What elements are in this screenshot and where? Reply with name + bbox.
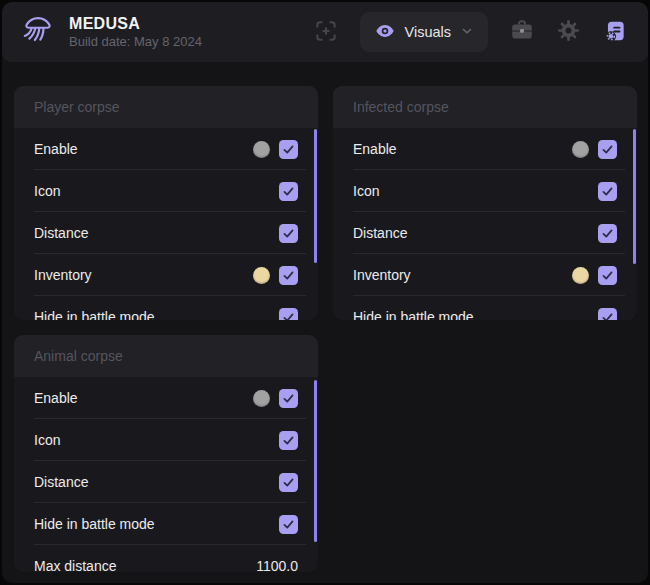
check-icon [600, 142, 615, 157]
check-icon [281, 184, 296, 199]
scrollbar-thumb[interactable] [314, 380, 317, 542]
tab-visuals-label: Visuals [405, 24, 451, 40]
checkbox[interactable] [279, 224, 298, 243]
row-distance: Distance [333, 212, 637, 254]
checkbox[interactable] [598, 182, 617, 201]
color-swatch[interactable] [572, 267, 589, 284]
brand-text: MEDUSA Build date: May 8 2024 [69, 15, 202, 49]
check-icon [281, 391, 296, 406]
check-icon [281, 433, 296, 448]
check-icon [600, 226, 615, 241]
row-label: Enable [353, 141, 397, 157]
panel-infected-corpse: Infected corpse Enable Icon Distance [333, 86, 637, 320]
row-inventory: Inventory [14, 254, 318, 296]
row-hide-in-battle-mode: Hide in battle mode [333, 296, 637, 320]
checkbox[interactable] [598, 140, 617, 159]
checkbox[interactable] [279, 431, 298, 450]
panel-title: Player corpse [34, 99, 120, 115]
row-label: Inventory [353, 267, 411, 283]
checkbox[interactable] [598, 308, 617, 321]
color-swatch[interactable] [253, 141, 270, 158]
row-label: Hide in battle mode [34, 516, 155, 532]
row-icon: Icon [14, 170, 318, 212]
row-label: Distance [34, 225, 88, 241]
tab-visuals[interactable]: Visuals [360, 12, 488, 52]
checkbox[interactable] [279, 266, 298, 285]
row-icon: Icon [333, 170, 637, 212]
row-label: Hide in battle mode [34, 309, 155, 320]
check-icon [281, 226, 296, 241]
titlebar: MEDUSA Build date: May 8 2024 [2, 2, 648, 62]
row-label: Hide in battle mode [353, 309, 474, 320]
scrollbar-thumb[interactable] [633, 129, 636, 264]
row-hide-in-battle-mode: Hide in battle mode [14, 503, 318, 545]
settings-button[interactable] [556, 18, 581, 46]
app-window: MEDUSA Build date: May 8 2024 [2, 2, 648, 583]
check-icon [281, 268, 296, 283]
check-icon [281, 475, 296, 490]
check-icon [281, 142, 296, 157]
panel-animal-corpse: Animal corpse Enable Icon Distance [14, 335, 318, 572]
checkbox[interactable] [279, 473, 298, 492]
row-label: Icon [34, 432, 60, 448]
max-distance-value[interactable]: 1100.0 [256, 558, 298, 572]
scrollbar-thumb[interactable] [314, 129, 317, 263]
row-label: Enable [34, 141, 78, 157]
check-icon [281, 310, 296, 321]
panel-title: Infected corpse [353, 99, 449, 115]
row-label: Icon [34, 183, 60, 199]
gear-icon [556, 18, 581, 46]
panel-title: Animal corpse [34, 348, 123, 364]
script-card-icon [602, 18, 628, 47]
checkbox[interactable] [279, 140, 298, 159]
eye-icon [374, 20, 396, 45]
row-label: Enable [34, 390, 78, 406]
panel-header: Animal corpse [14, 335, 318, 377]
row-label: Distance [353, 225, 407, 241]
row-enable: Enable [14, 128, 318, 170]
checkbox[interactable] [598, 266, 617, 285]
row-distance: Distance [14, 461, 318, 503]
color-swatch[interactable] [572, 141, 589, 158]
row-label: Inventory [34, 267, 92, 283]
build-date: Build date: May 8 2024 [69, 34, 202, 49]
row-distance: Distance [14, 212, 318, 254]
row-hide-in-battle-mode: Hide in battle mode [14, 296, 318, 320]
scripts-button[interactable] [602, 18, 628, 47]
checkbox[interactable] [279, 389, 298, 408]
row-enable: Enable [14, 377, 318, 419]
app-title: MEDUSA [69, 15, 202, 32]
check-icon [600, 184, 615, 199]
briefcase-icon [509, 18, 535, 47]
checkbox[interactable] [279, 182, 298, 201]
checkbox[interactable] [279, 308, 298, 321]
check-icon [281, 517, 296, 532]
titlebar-actions: Visuals [313, 12, 648, 52]
checkbox[interactable] [598, 224, 617, 243]
row-icon: Icon [14, 419, 318, 461]
check-icon [600, 268, 615, 283]
row-enable: Enable [333, 128, 637, 170]
chevron-down-icon [460, 24, 474, 41]
row-label: Distance [34, 474, 88, 490]
jellyfish-logo-icon [18, 10, 58, 54]
brand: MEDUSA Build date: May 8 2024 [2, 10, 202, 54]
checkbox[interactable] [279, 515, 298, 534]
color-swatch[interactable] [253, 267, 270, 284]
crosshair-button[interactable] [313, 18, 339, 47]
row-label: Max distance [34, 558, 116, 572]
row-inventory: Inventory [333, 254, 637, 296]
color-swatch[interactable] [253, 390, 270, 407]
row-max-distance: Max distance 1100.0 [14, 545, 318, 572]
panel-header: Infected corpse [333, 86, 637, 128]
briefcase-button[interactable] [509, 18, 535, 47]
content-area: Player corpse Enable Icon Distance [14, 86, 636, 583]
row-label: Icon [353, 183, 379, 199]
panel-header: Player corpse [14, 86, 318, 128]
crosshair-icon [313, 18, 339, 47]
panel-player-corpse: Player corpse Enable Icon Distance [14, 86, 318, 320]
check-icon [600, 310, 615, 321]
